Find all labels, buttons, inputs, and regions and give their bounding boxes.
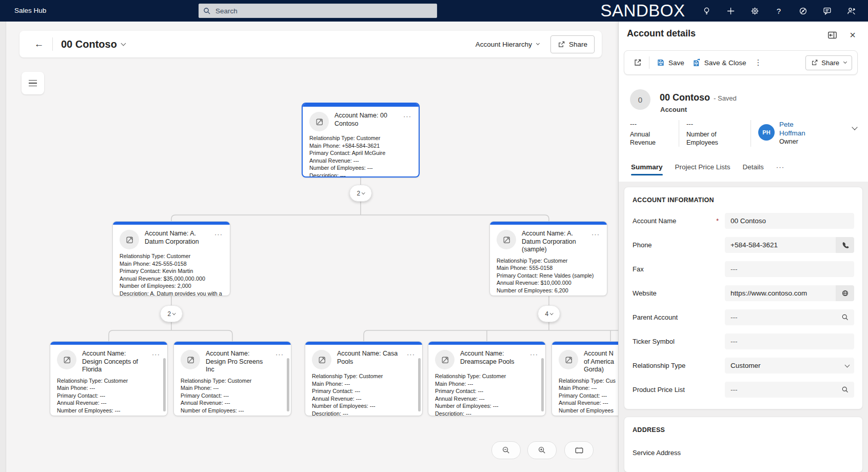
node-scrollbar[interactable]	[418, 358, 421, 411]
chevron-down-icon	[845, 363, 854, 368]
globe-icon[interactable]	[836, 285, 854, 301]
lightbulb-icon[interactable]	[698, 2, 715, 19]
node-accent	[174, 342, 291, 345]
node-scrollbar[interactable]	[163, 358, 166, 411]
relationship-type-select[interactable]: Customer	[725, 358, 854, 373]
fax-input[interactable]: ---	[725, 261, 854, 277]
more-commands-button[interactable]: ⋮	[751, 56, 766, 69]
search-input[interactable]	[214, 7, 432, 15]
tab-project-price-lists[interactable]: Project Price Lists	[675, 163, 731, 175]
ticker-symbol-input[interactable]: ---	[725, 333, 854, 349]
node-details: Relationship Type: CustomerMain Phone: -…	[174, 375, 291, 417]
page-header: ← 00 Contoso Account Hierarchy Share	[19, 31, 602, 57]
product-price-list-lookup[interactable]: ---	[725, 382, 854, 398]
tree-node[interactable]: Account Name: Dreamscape Pools ··· Relat…	[428, 341, 546, 416]
more-options-button[interactable]: ···	[151, 350, 161, 358]
more-options-button[interactable]: ···	[402, 112, 412, 120]
save-and-close-button[interactable]: Save & Close	[688, 55, 751, 70]
node-scrollbar[interactable]	[287, 358, 289, 411]
zoom-in-button[interactable]	[527, 441, 557, 459]
zoom-out-button[interactable]	[491, 441, 521, 459]
fit-to-screen-button[interactable]	[564, 441, 594, 459]
more-options-button[interactable]: ···	[213, 230, 224, 238]
app-window: Sales Hub SANDBOX ? ← 00 Contoso Account…	[0, 0, 868, 472]
phone-input[interactable]: +584-584-3621	[725, 237, 854, 253]
hamburger-menu-button[interactable]	[22, 72, 44, 94]
view-selector[interactable]: Account Hierarchy	[476, 41, 539, 48]
topbar-icon-group: ?	[698, 0, 860, 22]
tab-details[interactable]: Details	[743, 163, 764, 175]
tree-node[interactable]: Account Name: A. Datum Corporation (samp…	[489, 221, 607, 296]
tab-more-button[interactable]: ···	[776, 163, 785, 175]
gear-icon[interactable]	[746, 2, 763, 19]
expand-children-button[interactable]: 2	[160, 305, 183, 322]
section-address: ADDRESS Service Address	[624, 417, 863, 472]
more-options-button[interactable]: ···	[590, 230, 601, 238]
expand-children-button[interactable]: 4	[538, 305, 560, 322]
global-search[interactable]	[199, 4, 437, 18]
more-options-button[interactable]: ···	[406, 350, 416, 358]
share-button[interactable]: Share	[805, 55, 852, 70]
save-status: - Saved	[714, 94, 737, 102]
panel-command-bar: Save Save & Close ⋮ Share	[624, 50, 858, 75]
tree-node-clipped[interactable]: Account N of America Gorda) Relationship…	[551, 341, 618, 416]
account-entity-icon	[497, 230, 516, 249]
chevron-down-icon[interactable]	[121, 41, 126, 46]
search-icon	[203, 7, 211, 15]
app-name[interactable]: Sales Hub	[14, 0, 46, 22]
save-button[interactable]: Save	[653, 55, 688, 70]
node-title: Account Name: 00 Contoso	[334, 112, 397, 131]
open-in-new-window-button[interactable]	[629, 55, 646, 70]
website-input[interactable]: https://www.contoso.com	[725, 285, 854, 301]
field-service-address: Service Address	[633, 441, 854, 465]
node-title: Account Name: A. Datum Corporation	[145, 230, 208, 249]
person-icon[interactable]	[842, 2, 860, 19]
more-options-button[interactable]: ···	[274, 350, 285, 358]
search-icon[interactable]	[841, 386, 854, 394]
tree-node[interactable]: Account Name: A. Datum Corporation ··· R…	[112, 221, 230, 296]
field-account-name: Account Name* 00 Contoso	[633, 209, 854, 233]
node-title: Account Name: Design Pro Screens Inc	[206, 350, 269, 374]
collapse-header-button[interactable]	[853, 122, 857, 131]
plus-icon[interactable]	[722, 2, 739, 19]
field-fax: Fax ---	[633, 257, 854, 281]
tab-summary[interactable]: Summary	[631, 163, 663, 175]
tree-node[interactable]: Account Name: Design Concepts of Florida…	[50, 341, 168, 416]
popout-icon	[634, 58, 642, 67]
account-details-panel: Account details × Save Save & Close ⋮ Sh…	[618, 22, 868, 472]
tree-node[interactable]: Account Name: Design Pro Screens Inc ···…	[173, 341, 291, 416]
account-entity-icon	[57, 350, 76, 369]
feedback-icon[interactable]	[818, 2, 836, 19]
record-header-stats: --- Annual Revenue --- Number of Employe…	[630, 120, 843, 147]
account-name-input[interactable]: 00 Contoso	[725, 213, 854, 229]
section-title: ADDRESS	[633, 426, 854, 434]
more-options-button[interactable]: ···	[529, 350, 539, 358]
stat-number-of-employees: --- Number of Employees	[686, 120, 751, 147]
close-icon[interactable]: ×	[845, 28, 860, 42]
share-button[interactable]: Share	[550, 35, 595, 53]
node-title: Account Name: Casa Pools	[337, 350, 400, 369]
compass-icon[interactable]	[794, 2, 812, 19]
owner-avatar: PH	[758, 124, 775, 141]
back-button[interactable]: ←	[31, 36, 47, 52]
field-website: Website https://www.contoso.com	[633, 281, 854, 305]
field-relationship-type: Relationship Type Customer	[633, 353, 854, 378]
fit-to-screen-icon	[575, 446, 584, 455]
owner-link[interactable]: Pete Hoffman	[779, 120, 816, 137]
divider	[649, 56, 649, 69]
page-title[interactable]: 00 Contoso	[61, 38, 117, 50]
tree-node-root[interactable]: Account Name: 00 Contoso ··· Relationshi…	[302, 103, 420, 178]
phone-icon[interactable]	[836, 237, 854, 253]
parent-account-lookup[interactable]: ---	[725, 309, 854, 325]
tree-node[interactable]: Account Name: Casa Pools ··· Relationshi…	[305, 341, 423, 416]
help-icon[interactable]: ?	[770, 2, 787, 19]
sitemap-collapsed-rail	[0, 22, 6, 472]
section-title: ACCOUNT INFORMATION	[633, 196, 854, 204]
dock-panel-button[interactable]	[825, 28, 839, 42]
search-icon[interactable]	[841, 313, 854, 321]
expand-children-button[interactable]: 2	[349, 185, 372, 202]
node-details: Relationship Type: CustomerMain Phone: 4…	[113, 250, 230, 296]
stat-annual-revenue: --- Annual Revenue	[630, 120, 679, 147]
node-scrollbar[interactable]	[541, 358, 544, 411]
save-and-close-icon	[693, 58, 701, 67]
